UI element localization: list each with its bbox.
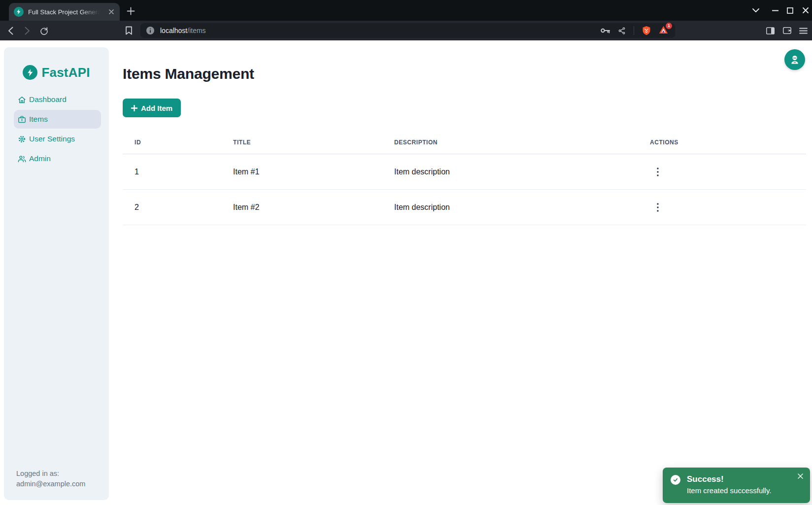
window-minimize-button[interactable]: [771, 6, 779, 15]
check-circle-icon: [671, 475, 680, 485]
menu-hamburger-icon[interactable]: [797, 25, 809, 36]
browser-tab-strip: Full Stack Project Genera: [0, 0, 812, 21]
cell-id: 2: [123, 203, 221, 212]
tab-search-chevron-icon[interactable]: [751, 6, 760, 15]
main-content: Items Management Add Item ID TITLE DESCR…: [123, 66, 806, 225]
new-tab-button[interactable]: [125, 5, 136, 16]
fastapi-bolt-icon: [23, 65, 37, 80]
sidebar: FastAPI Dashboard Items User Settings: [4, 47, 109, 500]
tab-title: Full Stack Project Genera: [28, 8, 102, 16]
page-title: Items Management: [123, 66, 806, 82]
logged-in-label: Logged in as:: [16, 469, 85, 479]
sidebar-item-label: Admin: [29, 154, 51, 163]
sidebar-item-label: Items: [29, 115, 48, 124]
sidebar-item-user-settings[interactable]: User Settings: [14, 130, 101, 148]
browser-toolbar: localhost/items 1: [0, 21, 812, 40]
brave-shield-icon[interactable]: [642, 26, 651, 35]
briefcase-icon: [18, 115, 26, 124]
user-astronaut-icon: [789, 54, 801, 66]
logged-in-info: Logged in as: admin@example.com: [16, 469, 85, 489]
cell-description: Item description: [382, 203, 638, 212]
password-key-icon[interactable]: [601, 28, 610, 34]
users-icon: [18, 155, 26, 163]
plus-icon: [131, 105, 137, 111]
table-row: 1 Item #1 Item description: [123, 154, 806, 190]
site-info-icon[interactable]: [146, 27, 154, 34]
column-header-id: ID: [123, 139, 221, 146]
sidebar-item-label: Dashboard: [29, 95, 67, 104]
url-text: localhost/items: [160, 27, 206, 34]
sidebar-item-items[interactable]: Items: [14, 110, 101, 129]
logo-text: FastAPI: [41, 65, 90, 80]
toolbar-divider: [634, 26, 634, 35]
reload-button[interactable]: [37, 24, 50, 37]
items-table: ID TITLE DESCRIPTION ACTIONS 1 Item #1 I…: [123, 131, 806, 225]
row-actions-kebab-icon[interactable]: [650, 200, 666, 215]
table-row: 2 Item #2 Item description: [123, 190, 806, 225]
fastapi-favicon-icon: [14, 7, 24, 17]
cell-id: 1: [123, 168, 221, 176]
rewards-notification-badge: 1: [666, 23, 672, 29]
gear-icon: [18, 135, 26, 143]
forward-button[interactable]: [21, 24, 34, 37]
tab-close-icon[interactable]: [107, 7, 116, 16]
cell-title: Item #1: [221, 168, 382, 176]
url-path: /items: [187, 27, 205, 34]
success-toast: Success! Item created successfully.: [663, 468, 810, 503]
sidebar-item-admin[interactable]: Admin: [14, 149, 101, 168]
bookmark-icon[interactable]: [122, 24, 135, 37]
home-icon: [18, 96, 26, 104]
browser-tab[interactable]: Full Stack Project Genera: [9, 3, 120, 21]
sidebar-toggle-icon[interactable]: [764, 25, 776, 36]
app-page: FastAPI Dashboard Items User Settings: [0, 40, 812, 505]
toast-close-icon[interactable]: [796, 472, 804, 480]
table-header-row: ID TITLE DESCRIPTION ACTIONS: [123, 131, 806, 154]
row-actions-kebab-icon[interactable]: [650, 164, 666, 180]
address-bar[interactable]: localhost/items 1: [140, 23, 675, 38]
column-header-actions: ACTIONS: [638, 139, 806, 146]
toast-title: Success!: [687, 474, 771, 485]
add-item-button[interactable]: Add Item: [123, 99, 181, 117]
sidebar-item-dashboard[interactable]: Dashboard: [14, 90, 101, 109]
cell-description: Item description: [382, 168, 638, 176]
toast-message: Item created successfully.: [687, 485, 771, 497]
cell-title: Item #2: [221, 203, 382, 212]
column-header-title: TITLE: [221, 139, 382, 146]
sidebar-nav: Dashboard Items User Settings Admin: [4, 90, 109, 168]
wallet-icon[interactable]: [781, 25, 793, 36]
share-icon[interactable]: [618, 27, 626, 35]
url-host: localhost: [160, 27, 187, 34]
fastapi-logo[interactable]: FastAPI: [4, 64, 109, 81]
back-button[interactable]: [4, 24, 17, 37]
logged-in-email: admin@example.com: [16, 479, 85, 489]
add-item-label: Add Item: [141, 104, 172, 112]
sidebar-item-label: User Settings: [29, 135, 75, 143]
window-close-button[interactable]: [801, 6, 810, 15]
column-header-description: DESCRIPTION: [382, 139, 638, 146]
window-maximize-button[interactable]: [785, 6, 794, 15]
